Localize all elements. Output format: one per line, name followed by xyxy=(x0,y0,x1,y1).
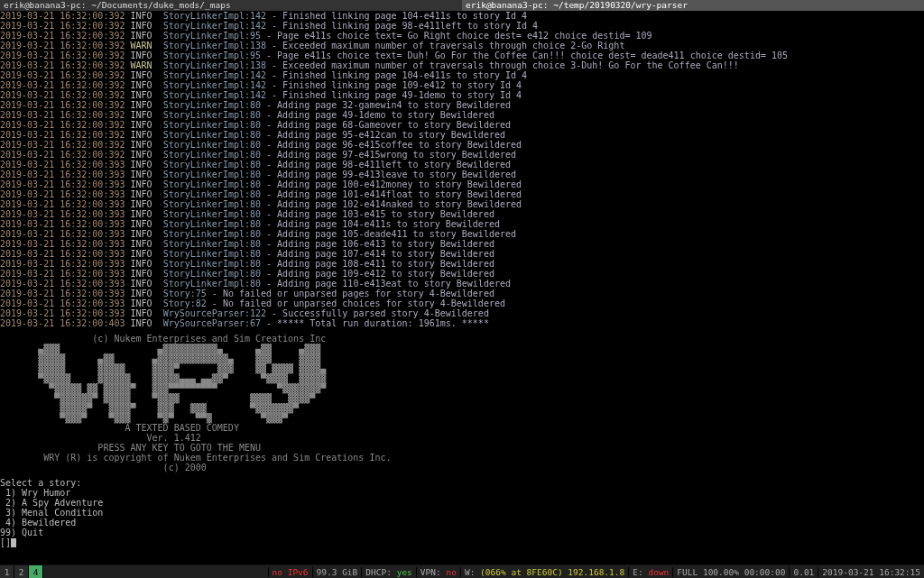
log-line: 2019-03-21 16:32:00:392 INFO StoryLinker… xyxy=(0,50,922,60)
ascii-art-line: ▄▓▓▓ ▄▓▓▓▓▓▓▓▓▓▓▄ ▄▓▓ ▄▓▓▓ xyxy=(0,344,922,353)
ascii-art-line: ▓▓▓▓▓ ▓▓▓▓▓ ▓▓▓▓▀ ▓▓▓ ▓▓ ▓▓▓▓ ▓▓▓▓▄ xyxy=(0,363,922,373)
log-line: 2019-03-21 16:32:00:393 INFO StoryLinker… xyxy=(0,249,922,259)
menu-item-3[interactable]: 4) Bewildered xyxy=(0,518,922,528)
status-disk: 99.3 GiB xyxy=(312,567,362,577)
log-line: 2019-03-21 16:32:00:393 INFO WrySourcePa… xyxy=(0,308,922,318)
tmux-titlebar: erik@banana3-pc: ~/Documents/duke_mods/_… xyxy=(0,0,924,11)
log-line: 2019-03-21 16:32:00:393 INFO StoryLinker… xyxy=(0,170,922,179)
log-line: 2019-03-21 16:32:00:392 INFO StoryLinker… xyxy=(0,70,922,80)
log-line: 2019-03-21 16:32:00:392 WARN StoryLinker… xyxy=(0,41,922,50)
menu-item-2[interactable]: 3) Menal Condition xyxy=(0,508,922,518)
log-line: 2019-03-21 16:32:00:392 INFO StoryLinker… xyxy=(0,90,922,100)
ascii-art-line: (c) Nukem Enterprises and Sim Creations … xyxy=(0,334,922,344)
status-wifi: W: (066% at 8FE60C) 192.168.1.8 xyxy=(460,567,628,577)
log-line: 2019-03-21 16:32:00:392 INFO StoryLinker… xyxy=(0,130,922,140)
status-ipv6: no IPv6 xyxy=(268,567,312,577)
log-line: 2019-03-21 16:32:00:392 INFO StoryLinker… xyxy=(0,11,922,21)
menu-item-0[interactable]: 1) Wry Humor xyxy=(0,488,922,498)
ascii-art-line: PRESS ANY KEY TO GOTO THE MENU xyxy=(0,443,922,453)
log-line: 2019-03-21 16:32:00:392 INFO StoryLinker… xyxy=(0,100,922,110)
ascii-art-line: A TEXTED BASED COMEDY xyxy=(0,423,922,433)
log-line: 2019-03-21 16:32:00:393 INFO StoryLinker… xyxy=(0,229,922,239)
log-line: 2019-03-21 16:32:00:393 INFO StoryLinker… xyxy=(0,219,922,229)
menu-item-4[interactable]: 99) Quit xyxy=(0,528,922,537)
ascii-art-line: ▀▓▓▓▓▓ ▓▓ ▓▓▓▓▓▀ ▓▓▓▀▀▀▀▀▀▀▀▀ ▀▓▓▓▓▓▓▓▀ xyxy=(0,383,922,393)
log-line: 2019-03-21 16:32:00:393 INFO StoryLinker… xyxy=(0,189,922,199)
menu-prompt: Select a story: xyxy=(0,478,922,488)
log-line: 2019-03-21 16:32:00:393 INFO StoryLinker… xyxy=(0,239,922,249)
log-line: 2019-03-21 16:32:00:392 INFO StoryLinker… xyxy=(0,80,922,90)
log-line: 2019-03-21 16:32:00:393 INFO StoryLinker… xyxy=(0,179,922,189)
log-line: 2019-03-21 16:32:00:392 INFO StoryLinker… xyxy=(0,31,922,41)
i3-status-bar: 124 no IPv6 99.3 GiB DHCP: yes VPN: no W… xyxy=(0,564,924,578)
ascii-art-line: ▀▓▓▓▀ ▀▓▓▓ ▀▓▀ ▀▀▓ ▀▓▓▓▀ xyxy=(0,413,922,423)
log-line: 2019-03-21 16:32:00:393 INFO StoryLinker… xyxy=(0,160,922,170)
left-pane: 2019-03-21 16:32:00:392 INFO StoryLinker… xyxy=(0,11,923,564)
status-eth: E: down xyxy=(628,567,672,577)
menu-item-1[interactable]: 2) A Spy Adventure xyxy=(0,498,922,508)
log-line: 2019-03-21 16:32:00:392 INFO StoryLinker… xyxy=(0,110,922,120)
status-battery: FULL 100.00% 00:00:00 xyxy=(672,567,789,577)
ascii-art-line: (c) 2000 xyxy=(0,463,922,472)
ascii-art-line: WRY (R) is copyright of Nukem Enterprise… xyxy=(0,453,922,463)
log-line: 2019-03-21 16:32:00:403 INFO WrySourcePa… xyxy=(0,318,922,328)
status-load: 0.01 xyxy=(789,567,818,577)
workspace-tab-1[interactable]: 1 xyxy=(0,565,14,578)
workspace-tab-2[interactable]: 2 xyxy=(14,565,29,578)
status-datetime: 2019-03-21 16:32:15 xyxy=(818,567,924,577)
ascii-art-line: ▓▓▓▓▓▀ ▓▓▓▓▀ ▓▓▓ ▓▓▓ ▀▓▓▓▓▓▓▓▀ xyxy=(0,403,922,413)
log-line: 2019-03-21 16:32:00:393 INFO StoryLinker… xyxy=(0,279,922,289)
log-line: 2019-03-21 16:32:00:393 INFO Story:82 - … xyxy=(0,298,922,308)
log-line: 2019-03-21 16:32:00:392 INFO StoryLinker… xyxy=(0,21,922,31)
log-line: 2019-03-21 16:32:00:393 INFO StoryLinker… xyxy=(0,259,922,269)
log-line: 2019-03-21 16:32:00:393 INFO StoryLinker… xyxy=(0,199,922,209)
tmux-right-title: erik@banana3-pc: ~/temp/20190320/wry-par… xyxy=(462,0,924,11)
workspace-tabs: 124 xyxy=(0,565,43,578)
log-line: 2019-03-21 16:32:00:392 INFO StoryLinker… xyxy=(0,120,922,130)
ascii-art-line: ▀▓▓▓▓▓ ▓▓▓▓▓▓ ▓▓▓▓▓▄▄▄ ▄▄▓▓▀ ▀▓▓▓▓ ▓▓▓▓▓ xyxy=(0,373,922,383)
log-line: 2019-03-21 16:32:00:392 INFO StoryLinker… xyxy=(0,140,922,150)
input-line[interactable]: [] xyxy=(0,537,922,547)
ascii-art-line: Ver. 1.412 xyxy=(0,433,922,443)
log-line: 2019-03-21 16:32:00:392 WARN StoryLinker… xyxy=(0,60,922,70)
log-line: 2019-03-21 16:32:00:393 INFO Story:75 - … xyxy=(0,289,922,298)
ascii-art-line: ▀▓▓▓▓▓▓▀ ▓▓▓▓▓ ▀▓▓▓▓ ▓▓▓▓ ▓▓▓▓▀ xyxy=(0,393,922,403)
workspace-tab-4[interactable]: 4 xyxy=(29,565,43,578)
status-dhcp: DHCP: yes xyxy=(361,567,416,577)
status-vpn: VPN: no xyxy=(416,567,460,577)
log-line: 2019-03-21 16:32:00:393 INFO StoryLinker… xyxy=(0,269,922,279)
log-line: 2019-03-21 16:32:00:393 INFO StoryLinker… xyxy=(0,209,922,219)
ascii-art-line: ▓▓▓▓▓ ▄▓▓ ▄▓▓▓▓▓▓▓▓▓▓▓▓▓▄ ▓▓▓ ▓▓▓▓ xyxy=(0,353,922,363)
log-line: 2019-03-21 16:32:00:392 INFO StoryLinker… xyxy=(0,150,922,160)
tmux-left-title: erik@banana3-pc: ~/Documents/duke_mods/_… xyxy=(0,0,462,11)
